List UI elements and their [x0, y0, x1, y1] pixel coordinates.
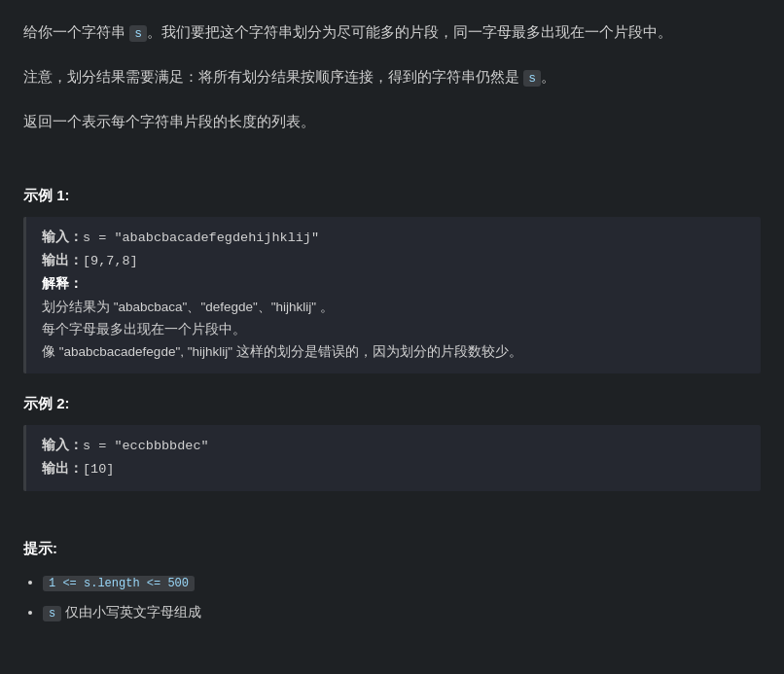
example1-explain-label-row: 解释： [42, 273, 745, 297]
example1-explain-line2: 每个字母最多出现在一个片段中。 [42, 319, 745, 341]
example1-block: 输入：s = "ababcbacadefegdehijhklij" 输出：[9,… [23, 217, 761, 373]
example1-explain-line1: 划分结果为 "ababcbaca"、"defegde"、"hijhklij" 。 [42, 297, 745, 319]
hints-list: 1 <= s.length <= 500 s 仅由小写英文字母组成 [23, 571, 761, 625]
description-line2: 注意，划分结果需要满足：将所有划分结果按顺序连接，得到的字符串仍然是 s。 [23, 64, 761, 89]
example1-output-value: [9,7,8] [83, 254, 138, 268]
desc-s-inline: s [129, 25, 147, 42]
example1-input-label: 输入： [42, 230, 83, 244]
example2-block: 输入：s = "eccbbbbdec" 输出：[10] [23, 425, 761, 491]
example2-input-row: 输入：s = "eccbbbbdec" [42, 435, 745, 458]
example2-input-label: 输入： [42, 438, 83, 452]
example2-title: 示例 2: [23, 391, 761, 416]
hints-section: 提示: 1 <= s.length <= 500 s 仅由小写英文字母组成 [23, 536, 761, 624]
example1-input-row: 输入：s = "ababcbacadefegdehijhklij" [42, 227, 745, 250]
desc-line2-suffix: 。 [541, 68, 555, 85]
desc-suffix: 。我们要把这个字符串划分为尽可能多的片段，同一字母最多出现在一个片段中。 [147, 23, 672, 40]
example2-output-value: [10] [83, 462, 114, 477]
hint1-code: 1 <= s.length <= 500 [43, 576, 195, 591]
example1-input-value: s = "ababcbacadefegdehijhklij" [83, 231, 319, 245]
description-line1: 给你一个字符串 s。我们要把这个字符串划分为尽可能多的片段，同一字母最多出现在一… [23, 19, 761, 45]
desc-prefix: 给你一个字符串 [23, 23, 129, 40]
hint2-suffix: 仅由小写英文字母组成 [61, 604, 201, 620]
example2-output-label: 输出： [42, 461, 83, 476]
example1-explain-label: 解释： [42, 276, 83, 291]
desc-line2-prefix: 注意，划分结果需要满足：将所有划分结果按顺序连接，得到的字符串仍然是 [23, 68, 523, 85]
hint-item-1: 1 <= s.length <= 500 [43, 571, 761, 594]
example1-output-row: 输出：[9,7,8] [42, 250, 745, 273]
hint-item-2: s 仅由小写英文字母组成 [43, 601, 761, 624]
example1-explain-line3: 像 "ababcbacadefegde", "hijhklij" 这样的划分是错… [42, 341, 745, 364]
example1-title: 示例 1: [23, 183, 761, 208]
desc-line2-s: s [523, 70, 541, 87]
example2-output-row: 输出：[10] [42, 458, 745, 481]
description-line3: 返回一个表示每个字符串片段的长度的列表。 [23, 109, 761, 134]
hint2-code: s [43, 606, 61, 621]
hints-title: 提示: [23, 536, 761, 561]
example2-input-value: s = "eccbbbbdec" [83, 439, 209, 453]
example1-output-label: 输出： [42, 253, 83, 267]
